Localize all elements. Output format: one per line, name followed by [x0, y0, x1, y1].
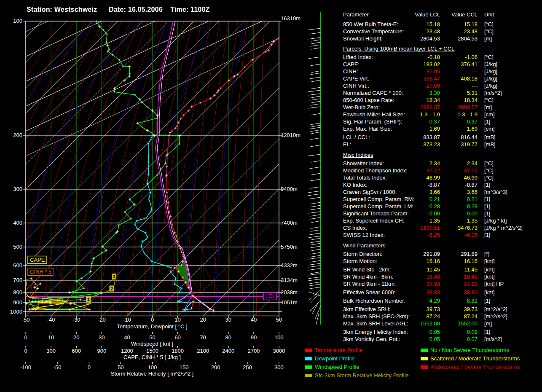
svg-text:CAPE: CAPE	[30, 257, 45, 263]
svg-text:CINH * 5: CINH * 5	[30, 268, 51, 275]
svg-text:3: 3	[113, 274, 115, 279]
svg-text:1: 1	[87, 297, 89, 302]
svg-text:LCL: LCL	[266, 293, 276, 299]
svg-text:2: 2	[110, 286, 113, 291]
